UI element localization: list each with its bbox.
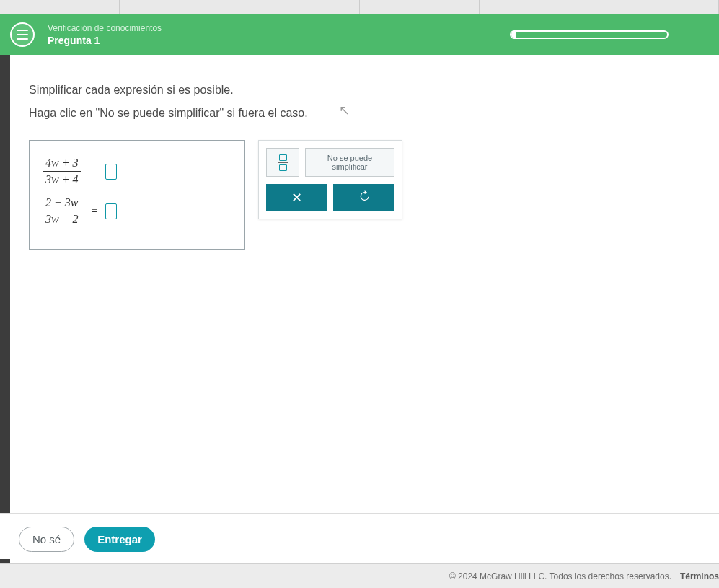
- clear-button[interactable]: ✕: [266, 184, 327, 211]
- page-footer: © 2024 McGraw Hill LLC. Todos los derech…: [0, 563, 719, 588]
- answer-box-1[interactable]: [105, 164, 117, 180]
- terms-link[interactable]: Términos: [680, 571, 719, 582]
- instruction-line-1: Simplificar cada expresión si es posible…: [29, 84, 690, 97]
- fraction-1: 4w + 3 3w + 4: [43, 157, 81, 186]
- header-subtitle: Verificación de conocimientos: [48, 23, 162, 33]
- left-edge-shadow: [0, 55, 10, 588]
- expression-panel: 4w + 3 3w + 4 = 2 − 3w 3w − 2 =: [29, 140, 245, 250]
- header-title: Pregunta 1: [48, 35, 162, 46]
- insert-fraction-button[interactable]: [266, 148, 299, 177]
- tool-palette: No se puede simplificar ✕: [258, 140, 402, 219]
- equals-sign: =: [91, 165, 97, 178]
- expression-1: 4w + 3 3w + 4 =: [43, 157, 231, 186]
- answer-box-2[interactable]: [105, 203, 117, 219]
- reset-button[interactable]: [333, 184, 394, 211]
- x-icon: ✕: [291, 190, 302, 206]
- instruction-line-2: Haga clic en "No se puede simplificar" s…: [29, 107, 690, 120]
- window-tab-bar: [0, 0, 719, 14]
- bottom-action-bar: No sé Entregar: [0, 513, 719, 559]
- menu-button[interactable]: [10, 22, 35, 47]
- cannot-simplify-button[interactable]: No se puede simplificar: [305, 148, 394, 177]
- hamburger-icon: [17, 30, 28, 31]
- undo-icon: [358, 190, 370, 206]
- submit-button[interactable]: Entregar: [84, 527, 155, 552]
- cursor-icon: ↖: [339, 102, 350, 118]
- progress-fill: [511, 32, 516, 38]
- app-header: Verificación de conocimientos Pregunta 1: [0, 14, 719, 55]
- fraction-2: 2 − 3w 3w − 2: [43, 196, 81, 226]
- progress-bar: [510, 30, 669, 39]
- copyright-text: © 2024 McGraw Hill LLC. Todos los derech…: [449, 571, 671, 582]
- equals-sign: =: [91, 205, 97, 218]
- expression-2: 2 − 3w 3w − 2 =: [43, 196, 231, 226]
- fraction-icon: [278, 154, 288, 171]
- dont-know-button[interactable]: No sé: [19, 527, 74, 552]
